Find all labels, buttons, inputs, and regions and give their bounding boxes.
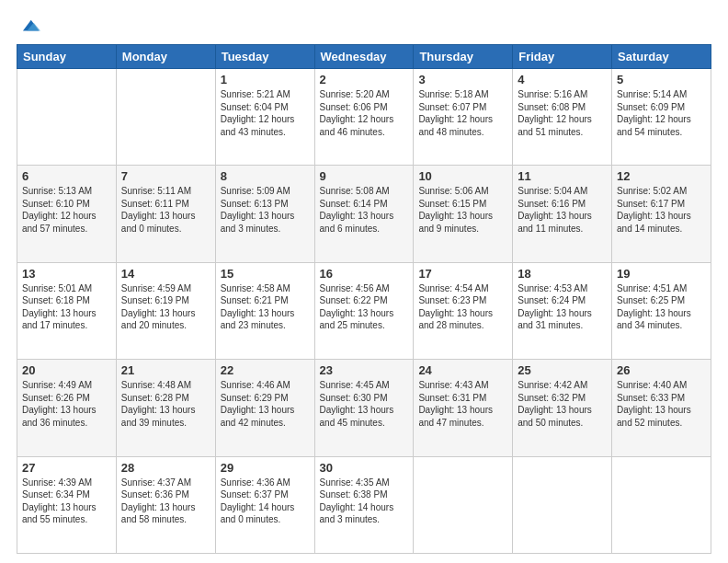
calendar-cell: 20Sunrise: 4:49 AM Sunset: 6:26 PM Dayli…	[17, 360, 117, 456]
calendar-cell: 26Sunrise: 4:40 AM Sunset: 6:33 PM Dayli…	[612, 360, 711, 456]
day-number: 16	[320, 267, 409, 281]
weekday-header-tuesday: Tuesday	[215, 45, 314, 69]
day-number: 25	[518, 363, 607, 377]
day-number: 2	[320, 73, 409, 86]
day-number: 4	[518, 73, 607, 86]
page: SundayMondayTuesdayWednesdayThursdayFrid…	[0, 0, 728, 563]
cell-info: Sunrise: 4:46 AM Sunset: 6:29 PM Dayligh…	[221, 379, 310, 429]
calendar-cell: 19Sunrise: 4:51 AM Sunset: 6:25 PM Dayli…	[612, 262, 711, 359]
day-number: 21	[121, 363, 210, 377]
calendar-cell: 30Sunrise: 4:35 AM Sunset: 6:38 PM Dayli…	[314, 456, 414, 553]
calendar-cell	[513, 456, 612, 553]
day-number: 27	[22, 461, 111, 475]
weekday-header-sunday: Sunday	[17, 45, 117, 69]
cell-info: Sunrise: 4:48 AM Sunset: 6:28 PM Dayligh…	[121, 379, 210, 429]
cell-info: Sunrise: 4:45 AM Sunset: 6:30 PM Dayligh…	[320, 379, 409, 429]
day-number: 19	[617, 267, 706, 281]
calendar-cell: 22Sunrise: 4:46 AM Sunset: 6:29 PM Dayli…	[215, 360, 314, 456]
day-number: 18	[518, 267, 607, 281]
cell-info: Sunrise: 5:18 AM Sunset: 6:07 PM Dayligh…	[418, 88, 507, 138]
calendar-cell: 12Sunrise: 5:02 AM Sunset: 6:17 PM Dayli…	[612, 166, 711, 262]
cell-info: Sunrise: 5:16 AM Sunset: 6:08 PM Dayligh…	[518, 88, 607, 138]
calendar-cell: 15Sunrise: 4:58 AM Sunset: 6:21 PM Dayli…	[215, 262, 314, 359]
calendar-cell: 2Sunrise: 5:20 AM Sunset: 6:06 PM Daylig…	[314, 69, 414, 166]
weekday-header-friday: Friday	[513, 45, 612, 69]
cell-info: Sunrise: 4:36 AM Sunset: 6:37 PM Dayligh…	[221, 477, 310, 526]
cell-info: Sunrise: 4:40 AM Sunset: 6:33 PM Dayligh…	[617, 379, 706, 429]
day-number: 5	[617, 73, 706, 86]
calendar-cell: 8Sunrise: 5:09 AM Sunset: 6:13 PM Daylig…	[215, 166, 314, 262]
cell-info: Sunrise: 5:11 AM Sunset: 6:11 PM Dayligh…	[121, 185, 210, 235]
cell-info: Sunrise: 5:09 AM Sunset: 6:13 PM Dayligh…	[221, 185, 310, 235]
week-row-3: 13Sunrise: 5:01 AM Sunset: 6:18 PM Dayli…	[17, 262, 711, 359]
calendar-cell: 3Sunrise: 5:18 AM Sunset: 6:07 PM Daylig…	[414, 69, 513, 166]
cell-info: Sunrise: 4:43 AM Sunset: 6:31 PM Dayligh…	[418, 379, 507, 429]
logo-text	[17, 17, 40, 35]
day-number: 20	[22, 363, 111, 377]
cell-info: Sunrise: 5:04 AM Sunset: 6:16 PM Dayligh…	[518, 185, 607, 235]
calendar-cell: 29Sunrise: 4:36 AM Sunset: 6:37 PM Dayli…	[215, 456, 314, 553]
cell-info: Sunrise: 5:08 AM Sunset: 6:14 PM Dayligh…	[320, 185, 409, 235]
calendar-cell	[17, 69, 117, 166]
logo	[17, 17, 40, 35]
cell-info: Sunrise: 4:37 AM Sunset: 6:36 PM Dayligh…	[121, 477, 210, 526]
day-number: 17	[418, 267, 507, 281]
weekday-header-monday: Monday	[116, 45, 215, 69]
calendar-cell	[116, 69, 215, 166]
weekday-header-wednesday: Wednesday	[314, 45, 414, 69]
cell-info: Sunrise: 5:02 AM Sunset: 6:17 PM Dayligh…	[617, 185, 706, 235]
calendar-cell: 11Sunrise: 5:04 AM Sunset: 6:16 PM Dayli…	[513, 166, 612, 262]
cell-info: Sunrise: 4:56 AM Sunset: 6:22 PM Dayligh…	[320, 282, 409, 332]
cell-info: Sunrise: 5:20 AM Sunset: 6:06 PM Dayligh…	[320, 88, 409, 138]
calendar-cell	[612, 456, 711, 553]
calendar-cell	[414, 456, 513, 553]
day-number: 3	[418, 73, 507, 86]
week-row-5: 27Sunrise: 4:39 AM Sunset: 6:34 PM Dayli…	[17, 456, 711, 553]
cell-info: Sunrise: 5:01 AM Sunset: 6:18 PM Dayligh…	[22, 282, 111, 332]
calendar-cell: 4Sunrise: 5:16 AM Sunset: 6:08 PM Daylig…	[513, 69, 612, 166]
calendar-cell: 6Sunrise: 5:13 AM Sunset: 6:10 PM Daylig…	[17, 166, 117, 262]
day-number: 22	[221, 363, 310, 377]
day-number: 28	[121, 461, 210, 475]
cell-info: Sunrise: 5:13 AM Sunset: 6:10 PM Dayligh…	[22, 185, 111, 235]
cell-info: Sunrise: 4:39 AM Sunset: 6:34 PM Dayligh…	[22, 477, 111, 526]
day-number: 8	[221, 169, 310, 183]
cell-info: Sunrise: 4:58 AM Sunset: 6:21 PM Dayligh…	[221, 282, 310, 332]
calendar-cell: 14Sunrise: 4:59 AM Sunset: 6:19 PM Dayli…	[116, 262, 215, 359]
day-number: 14	[121, 267, 210, 281]
cell-info: Sunrise: 5:21 AM Sunset: 6:04 PM Dayligh…	[221, 88, 310, 138]
day-number: 15	[221, 267, 310, 281]
day-number: 29	[221, 461, 310, 475]
calendar-cell: 18Sunrise: 4:53 AM Sunset: 6:24 PM Dayli…	[513, 262, 612, 359]
calendar-cell: 5Sunrise: 5:14 AM Sunset: 6:09 PM Daylig…	[612, 69, 711, 166]
cell-info: Sunrise: 4:49 AM Sunset: 6:26 PM Dayligh…	[22, 379, 111, 429]
cell-info: Sunrise: 4:59 AM Sunset: 6:19 PM Dayligh…	[121, 282, 210, 332]
day-number: 12	[617, 169, 706, 183]
calendar-cell: 25Sunrise: 4:42 AM Sunset: 6:32 PM Dayli…	[513, 360, 612, 456]
cell-info: Sunrise: 5:06 AM Sunset: 6:15 PM Dayligh…	[418, 185, 507, 235]
calendar-cell: 21Sunrise: 4:48 AM Sunset: 6:28 PM Dayli…	[116, 360, 215, 456]
day-number: 30	[320, 461, 409, 475]
calendar-cell: 10Sunrise: 5:06 AM Sunset: 6:15 PM Dayli…	[414, 166, 513, 262]
week-row-2: 6Sunrise: 5:13 AM Sunset: 6:10 PM Daylig…	[17, 166, 711, 262]
calendar-cell: 7Sunrise: 5:11 AM Sunset: 6:11 PM Daylig…	[116, 166, 215, 262]
cell-info: Sunrise: 4:35 AM Sunset: 6:38 PM Dayligh…	[320, 477, 409, 526]
day-number: 11	[518, 169, 607, 183]
calendar-cell: 17Sunrise: 4:54 AM Sunset: 6:23 PM Dayli…	[414, 262, 513, 359]
calendar-cell: 23Sunrise: 4:45 AM Sunset: 6:30 PM Dayli…	[314, 360, 414, 456]
weekday-header-saturday: Saturday	[612, 45, 711, 69]
calendar-cell: 16Sunrise: 4:56 AM Sunset: 6:22 PM Dayli…	[314, 262, 414, 359]
cell-info: Sunrise: 5:14 AM Sunset: 6:09 PM Dayligh…	[617, 88, 706, 138]
weekday-header-row: SundayMondayTuesdayWednesdayThursdayFrid…	[17, 45, 711, 69]
day-number: 23	[320, 363, 409, 377]
calendar-cell: 13Sunrise: 5:01 AM Sunset: 6:18 PM Dayli…	[17, 262, 117, 359]
week-row-4: 20Sunrise: 4:49 AM Sunset: 6:26 PM Dayli…	[17, 360, 711, 456]
cell-info: Sunrise: 4:53 AM Sunset: 6:24 PM Dayligh…	[518, 282, 607, 332]
cell-info: Sunrise: 4:54 AM Sunset: 6:23 PM Dayligh…	[418, 282, 507, 332]
logo-icon	[20, 15, 40, 35]
day-number: 1	[221, 73, 310, 86]
day-number: 26	[617, 363, 706, 377]
calendar-cell: 24Sunrise: 4:43 AM Sunset: 6:31 PM Dayli…	[414, 360, 513, 456]
week-row-1: 1Sunrise: 5:21 AM Sunset: 6:04 PM Daylig…	[17, 69, 711, 166]
day-number: 9	[320, 169, 409, 183]
